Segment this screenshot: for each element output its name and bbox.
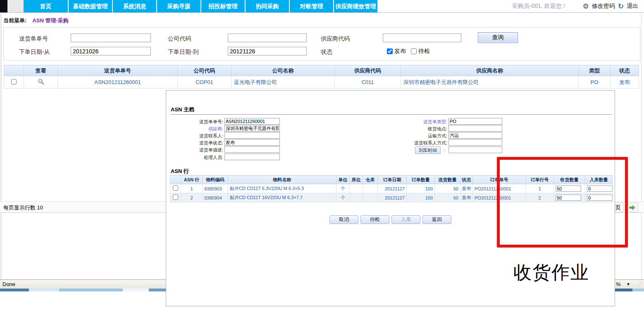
order-date-to-input[interactable]	[228, 47, 307, 55]
cell-status: 发布	[611, 76, 639, 89]
nav-tab-collab-purchase[interactable]: 协同采购	[245, 0, 289, 12]
gear-icon: ⚙	[583, 3, 589, 10]
dlg-asn-status-input[interactable]	[224, 139, 280, 146]
dlg-handler-label: 处理人员:	[166, 154, 223, 161]
company-code-input[interactable]	[228, 34, 307, 42]
nav-tab-home[interactable]: 首页	[24, 0, 68, 12]
line-select-checkbox[interactable]	[173, 195, 178, 200]
resize-grip[interactable]: ⋰	[637, 281, 643, 287]
results-header-company-name: 公司名称	[231, 65, 335, 76]
lines-header-unit: 单位	[336, 176, 350, 184]
welcome-text: 采购员-001, 欢迎您！	[512, 2, 568, 10]
dlg-contact-method-input[interactable]	[448, 139, 502, 146]
supplier-code-input[interactable]	[383, 34, 461, 42]
green-arrow-icon	[629, 205, 635, 210]
line-item-code: 9380903	[203, 184, 228, 193]
dlg-asn-status-label: 送货单状态:	[166, 140, 223, 146]
cell-asn-no[interactable]: ASN201211260001	[58, 76, 178, 89]
company-code-label: 公司代码	[168, 35, 191, 43]
line-bin	[350, 193, 363, 202]
cell-company-code: COP01	[178, 76, 231, 89]
pending-check-button[interactable]: 待检	[360, 215, 389, 224]
lines-header-select	[170, 176, 181, 184]
line-no: 1	[181, 184, 203, 193]
lines-header-order-qty: 订单数量	[407, 176, 435, 184]
asn-no-input[interactable]	[71, 34, 151, 42]
line-select-checkbox[interactable]	[173, 185, 178, 191]
supplier-code-label: 供应商代码	[321, 35, 350, 43]
breadcrumb-value: ASN 管理-采购	[32, 17, 68, 24]
cancel-button[interactable]: 取消	[329, 215, 358, 224]
dlg-handler-input[interactable]	[224, 154, 280, 160]
magnifier-icon[interactable]	[38, 78, 44, 86]
lines-header-bin: 库位	[350, 176, 363, 184]
dlg-transport-mode-label: 运输方式:	[365, 133, 447, 139]
results-header-row: 查看 送货单单号 公司代码 公司名称 供应商代码 供应商名称 类型 状态	[4, 65, 639, 76]
dlg-asn-type-input[interactable]	[448, 118, 502, 125]
status-published-label: 发布	[394, 48, 406, 55]
dlg-asn-no-input[interactable]	[224, 118, 280, 125]
query-button[interactable]: 查询	[478, 32, 518, 43]
status-label: 状态	[321, 48, 332, 56]
line-status: 发布	[460, 184, 473, 193]
nav-tab-bidding[interactable]: 招投标管理	[200, 0, 245, 12]
dlg-transport-mode-input[interactable]	[448, 132, 502, 139]
arrive-time-input[interactable]	[448, 147, 502, 153]
dlg-ship-contact-input[interactable]	[224, 132, 280, 139]
line-item-name: 贴片CD CD11T 6.3V220U M 6.3×5.3	[228, 184, 336, 193]
nav-tab-messages[interactable]: 系统消息	[112, 0, 156, 12]
instock-button[interactable]: 入库	[391, 215, 420, 224]
top-nav: 首页 基础数据管理 系统消息 采购寻源 招投标管理 协同采购 对帐管理 供应商绩…	[0, 0, 644, 13]
cell-supplier-code: C011	[335, 76, 401, 89]
nav-tab-sourcing[interactable]: 采购寻源	[156, 0, 200, 12]
rows-per-page-label: 每页显示行数 10	[3, 204, 43, 212]
nav-tab-supplier-performance[interactable]: 供应商绩效管理	[333, 0, 377, 12]
divider	[170, 114, 612, 115]
line-bin	[350, 184, 363, 193]
results-header-select	[4, 65, 24, 76]
asn-lines-title: ASN 行	[171, 168, 189, 175]
order-date-from-label: 下单日期-从	[19, 48, 50, 56]
results-header-type: 类型	[579, 65, 611, 76]
results-header-supplier-name: 供应商名称	[401, 65, 579, 76]
lines-header-order-date: 订单日期	[378, 176, 407, 184]
dlg-supplier-input[interactable]	[224, 125, 280, 132]
asn-master-title: ASN 主档	[171, 106, 194, 113]
results-header-view: 查看	[24, 65, 58, 76]
dlg-ship-contact-label: 送货联系人:	[166, 133, 223, 139]
nav-tab-reconciliation[interactable]: 对帐管理	[289, 0, 333, 12]
order-date-from-input[interactable]	[71, 47, 151, 55]
line-unit: 个	[336, 193, 350, 202]
line-ship-qty: 50	[435, 184, 460, 193]
nav-tab-base-data[interactable]: 基础数据管理	[68, 0, 112, 12]
dlg-asn-desc-input[interactable]	[224, 146, 280, 153]
zoom-dropdown-arrow[interactable]: ▼	[626, 282, 630, 286]
results-header-supplier-code: 供应商代码	[335, 65, 401, 76]
status-pending-check-label: 待检	[418, 48, 430, 55]
line-item-name: 贴片CD CD11T 16V220U M 6.3×7.7	[228, 193, 336, 202]
line-order-date: 20121127	[378, 184, 407, 193]
row-select-checkbox[interactable]	[11, 79, 17, 84]
line-ship-qty: 50	[435, 193, 460, 202]
change-password-link[interactable]: 修改密码	[592, 2, 615, 10]
line-order-qty: 100	[407, 184, 435, 193]
results-header-asn-no: 送货单单号	[58, 65, 178, 76]
line-item-code: 9380904	[203, 193, 228, 202]
line-unit: 个	[336, 184, 350, 193]
logout-link[interactable]: 退出	[627, 2, 638, 10]
dlg-receive-place-input[interactable]	[448, 125, 502, 132]
cell-company-name: 蓝光电子有限公司	[231, 76, 335, 89]
lines-header-warehouse: 仓库	[363, 176, 378, 184]
status-pending-check-checkbox[interactable]	[411, 48, 417, 54]
status-published-checkbox[interactable]	[387, 48, 393, 54]
table-row: ASN201211260001 COP01 蓝光电子有限公司 C011 深圳市精…	[4, 76, 639, 89]
arrive-time-button[interactable]: 到车时间	[415, 147, 441, 154]
dlg-asn-type-label[interactable]: 送货单类型:	[365, 119, 447, 125]
zoom-level-suffix: %	[616, 281, 621, 287]
dlg-supplier-label[interactable]: 供应商:	[166, 126, 223, 132]
cell-type: PO	[579, 76, 611, 89]
results-header-company-code: 公司代码	[178, 65, 231, 76]
results-header-status: 状态	[611, 65, 639, 76]
dlg-asn-no-label: 送货单单号:	[166, 119, 223, 125]
return-button[interactable]: 返回	[422, 215, 451, 224]
